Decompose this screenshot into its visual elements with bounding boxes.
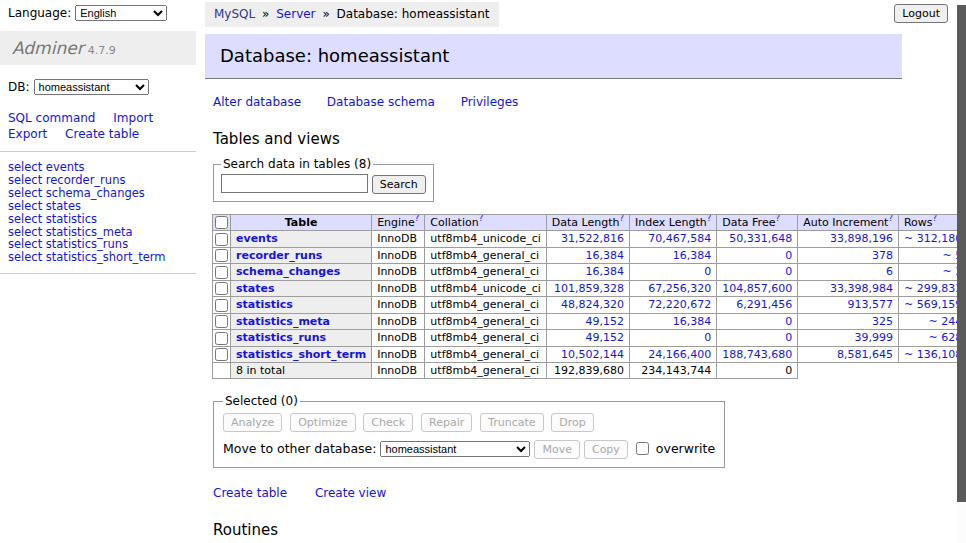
table-link-statistics-short-term[interactable]: statistics_short_term [236, 348, 366, 361]
rows-count-link[interactable]: ~ 312,180 [904, 232, 962, 245]
table-link-recorder-runs[interactable]: recorder_runs [236, 249, 322, 262]
table-link-states[interactable]: states [236, 282, 275, 295]
language-select[interactable]: English [75, 5, 167, 21]
row-checkbox[interactable] [215, 282, 228, 295]
scrollbar-thumb[interactable] [957, 5, 966, 502]
table-link-events[interactable]: events [236, 232, 278, 245]
data-free-link[interactable]: 0 [785, 331, 792, 344]
data-length-link[interactable]: 31,522,816 [561, 232, 624, 245]
select-all-checkbox[interactable] [215, 216, 228, 229]
create-table-link[interactable]: Create table [213, 486, 287, 500]
data-free-link[interactable]: 0 [785, 315, 792, 328]
sidebar-link-select-statistics-short-term[interactable]: select statistics_short_term [8, 250, 165, 264]
data-free-link[interactable]: 0 [785, 249, 792, 262]
auto-increment-link[interactable]: 6 [886, 265, 893, 278]
move-button[interactable]: Move [534, 440, 580, 459]
data-free-link[interactable]: 0 [785, 265, 792, 278]
row-checkbox[interactable] [215, 266, 228, 279]
optimize-button[interactable]: Optimize [290, 413, 355, 432]
logout-button[interactable]: Logout [894, 4, 948, 23]
help-icon[interactable]: ? [775, 214, 780, 223]
auto-increment-link[interactable]: 913,577 [847, 298, 893, 311]
rows-count-link[interactable]: ~ 136,108 [904, 348, 962, 361]
rows-count-link[interactable]: ~ 569,159 [904, 298, 962, 311]
auto-increment-link[interactable]: 39,999 [854, 331, 893, 344]
data-length-link[interactable]: 10,502,144 [561, 348, 624, 361]
app-version: 4.7.9 [88, 44, 116, 57]
database-schema-link[interactable]: Database schema [327, 95, 435, 109]
search-input[interactable] [221, 174, 368, 193]
table-link-statistics-meta[interactable]: statistics_meta [236, 315, 330, 328]
truncate-button[interactable]: Truncate [480, 413, 543, 432]
breadcrumb-mysql-link[interactable]: MySQL [214, 7, 255, 21]
create-table-link-sidebar[interactable]: Create table [65, 127, 139, 141]
check-button[interactable]: Check [363, 413, 413, 432]
move-db-select[interactable]: homeassistant [380, 441, 530, 457]
index-length-link[interactable]: 70,467,584 [648, 232, 711, 245]
row-checkbox[interactable] [215, 249, 228, 262]
table-link-statistics[interactable]: statistics [236, 298, 293, 311]
data-length-link[interactable]: 49,152 [586, 315, 625, 328]
row-checkbox[interactable] [215, 233, 228, 246]
index-length-link[interactable]: 72,220,672 [648, 298, 711, 311]
help-icon[interactable]: ? [415, 214, 420, 223]
analyze-button[interactable]: Analyze [223, 413, 282, 432]
search-button[interactable]: Search [372, 175, 426, 194]
auto-increment-link[interactable]: 325 [872, 315, 893, 328]
index-length-link[interactable]: 16,384 [673, 249, 712, 262]
collation-cell: utf8mb4_general_ci [425, 247, 546, 264]
auto-increment-link[interactable]: 8,581,645 [837, 348, 893, 361]
export-link[interactable]: Export [8, 127, 47, 141]
sidebar-link-select-statistics-runs[interactable]: select statistics_runs [8, 237, 128, 251]
overwrite-checkbox[interactable] [636, 442, 649, 455]
help-icon[interactable]: ? [888, 214, 893, 223]
data-free-link[interactable]: 6,291,456 [736, 298, 792, 311]
sidebar-link-select-recorder-runs[interactable]: select recorder_runs [8, 173, 125, 187]
copy-button[interactable]: Copy [584, 440, 628, 459]
data-free-link[interactable]: 188,743,680 [722, 348, 792, 361]
auto-increment-link[interactable]: 378 [872, 249, 893, 262]
total-data-free: 0 [717, 363, 798, 379]
sidebar-link-select-schema-changes[interactable]: select schema_changes [8, 186, 145, 200]
sidebar-link-select-statistics[interactable]: select statistics [8, 212, 97, 226]
alter-database-link[interactable]: Alter database [213, 95, 301, 109]
data-length-link[interactable]: 16,384 [586, 249, 625, 262]
tables-overview-table: Table Engine? Collation? Data Length? In… [212, 214, 966, 380]
index-length-link[interactable]: 0 [704, 265, 711, 278]
table-link-statistics-runs[interactable]: statistics_runs [236, 331, 326, 344]
repair-button[interactable]: Repair [421, 413, 472, 432]
row-checkbox[interactable] [215, 315, 228, 328]
import-link[interactable]: Import [113, 111, 153, 125]
help-icon[interactable]: ? [620, 214, 625, 223]
row-checkbox[interactable] [215, 332, 228, 345]
row-checkbox[interactable] [215, 299, 228, 312]
help-icon[interactable]: ? [933, 214, 938, 223]
help-icon[interactable]: ? [479, 214, 484, 223]
row-checkbox[interactable] [215, 348, 228, 361]
table-link-schema-changes[interactable]: schema_changes [236, 265, 340, 278]
collation-cell: utf8mb4_unicode_ci [425, 231, 546, 248]
data-length-link[interactable]: 48,824,320 [561, 298, 624, 311]
privileges-link[interactable]: Privileges [461, 95, 519, 109]
drop-button[interactable]: Drop [551, 413, 593, 432]
data-free-link[interactable]: 104,857,600 [722, 282, 792, 295]
help-icon[interactable]: ? [707, 214, 712, 223]
sidebar-link-select-events[interactable]: select events [8, 160, 85, 174]
index-length-link[interactable]: 0 [704, 331, 711, 344]
index-length-link[interactable]: 24,166,400 [648, 348, 711, 361]
auto-increment-link[interactable]: 33,398,984 [830, 282, 893, 295]
auto-increment-link[interactable]: 33,898,196 [830, 232, 893, 245]
data-length-link[interactable]: 49,152 [586, 331, 625, 344]
db-select[interactable]: homeassistant [34, 79, 149, 95]
create-view-link[interactable]: Create view [315, 486, 386, 500]
index-length-link[interactable]: 67,256,320 [648, 282, 711, 295]
sidebar-link-select-statistics-meta[interactable]: select statistics_meta [8, 225, 133, 239]
sidebar-link-select-states[interactable]: select states [8, 199, 81, 213]
sql-command-link[interactable]: SQL command [8, 111, 95, 125]
data-length-link[interactable]: 101,859,328 [554, 282, 624, 295]
breadcrumb-server-link[interactable]: Server [276, 7, 315, 21]
index-length-link[interactable]: 16,384 [673, 315, 712, 328]
data-length-link[interactable]: 16,384 [586, 265, 625, 278]
data-free-link[interactable]: 50,331,648 [729, 232, 792, 245]
rows-count-link[interactable]: ~ 299,833 [904, 282, 962, 295]
